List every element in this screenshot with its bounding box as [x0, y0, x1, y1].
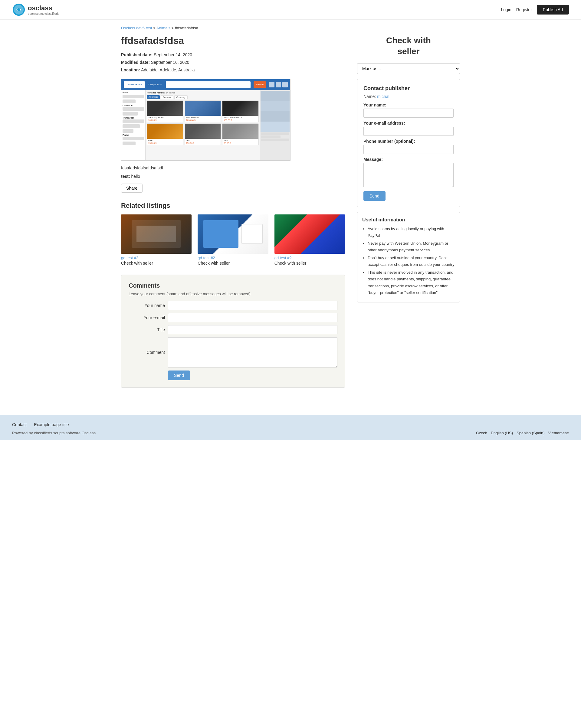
contact-send-button[interactable]: Send: [363, 191, 385, 201]
comment-text-label: Comment: [129, 350, 165, 355]
contact-name: Name: michal: [363, 94, 454, 99]
comments-section: Comments Leave your comment (spam and of…: [121, 275, 345, 388]
contact-your-name-input[interactable]: [363, 109, 454, 118]
mark-as-select[interactable]: Mark as...: [357, 63, 460, 74]
useful-info-item-1: Avoid scams by acting locally or paying …: [368, 226, 455, 239]
contact-phone-label: Phone number (optional):: [363, 139, 454, 144]
footer-powered-by: Powered by classifieds scripts software …: [12, 431, 96, 435]
ss-sidebar: Price Condition Transaction Period: [121, 90, 146, 160]
left-column: ffdsafadsfdsa Published date: September …: [121, 35, 345, 397]
footer: Contact Example page title Powered by cl…: [0, 415, 581, 440]
contact-message-textarea[interactable]: [363, 163, 454, 187]
ss-header: OsclassPoint Categories ▾ Search: [121, 79, 290, 90]
listing-title: ffdsafadsfdsa: [121, 35, 345, 46]
comment-title-label: Title: [129, 327, 165, 332]
lang-vietnamese[interactable]: Vietnamese: [548, 431, 569, 435]
related-card-img-1: [121, 214, 192, 254]
contact-message-label: Message:: [363, 157, 454, 162]
header: osclass open source classifieds Login Re…: [0, 0, 581, 20]
modified-date-value: September 16, 2020: [151, 60, 190, 65]
comment-title-input[interactable]: [168, 325, 337, 334]
check-with-seller-title: Check with seller: [357, 35, 460, 57]
comment-textarea[interactable]: [168, 337, 337, 367]
useful-info-box: Useful information Avoid scams by acting…: [357, 212, 460, 303]
meta-info: Published date: September 14, 2020 Modif…: [121, 51, 345, 74]
logo: osclass open source classifieds: [12, 3, 59, 16]
share-button[interactable]: Share: [121, 184, 143, 193]
modified-date: Modified date: September 16, 2020: [121, 59, 345, 66]
comment-name-label: Your name: [129, 303, 165, 308]
related-grid: gd test #2 Check with seller gd test #2 …: [121, 214, 345, 265]
login-link[interactable]: Login: [501, 7, 511, 12]
comment-form: Your name Your e-mail Title Comment Send: [129, 301, 337, 380]
location: Location: Adelaide, Adelaide, Australia: [121, 66, 345, 74]
header-nav: Login Register Publish Ad: [501, 5, 569, 15]
related-card-title-1: Check with seller: [121, 261, 192, 265]
register-link[interactable]: Register: [516, 7, 532, 12]
brand-name: osclass: [28, 4, 59, 12]
useful-info-item-2: Never pay with Western Union, Moneygram …: [368, 240, 455, 254]
sidebar-right: Check with seller Mark as... Contact pub…: [357, 35, 460, 303]
contact-phone-group: Phone number (optional):: [363, 139, 454, 154]
screenshot-sim: OsclassPoint Categories ▾ Search: [121, 79, 290, 160]
contact-phone-input[interactable]: [363, 145, 454, 154]
breadcrumb-current: ffdsafadsfdsa: [175, 26, 198, 30]
related-listings-title: Related listings: [121, 202, 345, 210]
breadcrumb-home[interactable]: Osclass dev5 test: [121, 26, 152, 30]
published-label: Published date:: [121, 52, 153, 57]
comment-submit-row: Send: [168, 370, 337, 380]
contact-your-name-group: Your name:: [363, 103, 454, 118]
related-card-2[interactable]: gd test #2 Check with seller: [198, 214, 268, 265]
ss-body: Price Condition Transaction Period: [121, 90, 290, 160]
useful-info-title: Useful information: [362, 217, 455, 223]
footer-link-contact[interactable]: Contact: [12, 422, 27, 427]
useful-info-item-4: This site is never involved in any trans…: [368, 269, 455, 296]
location-label: Location:: [121, 68, 140, 72]
related-card-title-2: Check with seller: [198, 261, 268, 265]
comments-title: Comments: [129, 282, 337, 289]
comment-name-input[interactable]: [168, 301, 337, 310]
page-wrapper: Osclass dev5 test > Animals > ffdsafadsf…: [109, 20, 472, 403]
logo-icon: [12, 3, 25, 16]
related-card-category-3: gd test #2: [275, 256, 345, 260]
logo-text: osclass open source classifieds: [28, 4, 59, 16]
ad-test: test: hello: [121, 174, 345, 179]
useful-info-list: Avoid scams by acting locally or paying …: [362, 226, 455, 296]
breadcrumb-category[interactable]: Animals: [156, 26, 170, 30]
footer-links: Contact Example page title: [12, 422, 569, 427]
footer-languages: Czech English (US) Spanish (Spain) Vietn…: [476, 431, 569, 435]
footer-bottom: Powered by classifieds scripts software …: [12, 431, 569, 435]
comment-email-input[interactable]: [168, 313, 337, 322]
lang-english[interactable]: English (US): [491, 431, 513, 435]
useful-info-item-3: Don't buy or sell outside of your countr…: [368, 255, 455, 268]
publish-ad-button[interactable]: Publish Ad: [537, 5, 569, 15]
content-grid: ffdsafadsfdsa Published date: September …: [121, 35, 460, 397]
modified-label: Modified date:: [121, 60, 150, 65]
breadcrumb: Osclass dev5 test > Animals > ffdsafadsf…: [121, 26, 460, 30]
published-date: Published date: September 14, 2020: [121, 51, 345, 59]
location-value: Adelaide, Adelaide, Australia: [141, 68, 195, 72]
related-card-category-1: gd test #2: [121, 256, 192, 260]
comment-email-label: Your e-mail: [129, 315, 165, 320]
related-card-img-3: [275, 214, 345, 254]
svg-point-2: [17, 8, 20, 11]
comment-send-button[interactable]: Send: [168, 370, 190, 380]
contact-box: Contact publisher Name: michal Your name…: [357, 79, 460, 207]
contact-name-link[interactable]: michal: [377, 94, 389, 99]
contact-email-input[interactable]: [363, 127, 454, 136]
lang-czech[interactable]: Czech: [476, 431, 487, 435]
brand-tagline: open source classifieds: [28, 12, 59, 16]
contact-email-label: Your e-mail address:: [363, 121, 454, 126]
ad-description: fdsafadsfdsfsafdsafsdf: [121, 165, 345, 170]
comments-subtitle: Leave your comment (spam and offensive m…: [129, 291, 337, 296]
footer-link-example[interactable]: Example page title: [34, 422, 69, 427]
contact-message-group: Message:: [363, 157, 454, 188]
related-card-1[interactable]: gd test #2 Check with seller: [121, 214, 192, 265]
related-card-3[interactable]: gd test #2 Check with seller: [275, 214, 345, 265]
related-card-title-3: Check with seller: [275, 261, 345, 265]
contact-email-group: Your e-mail address:: [363, 121, 454, 136]
lang-spanish[interactable]: Spanish (Spain): [516, 431, 545, 435]
related-card-img-2: [198, 214, 268, 254]
published-date-value: September 14, 2020: [154, 52, 192, 57]
test-value: hello: [131, 174, 140, 179]
